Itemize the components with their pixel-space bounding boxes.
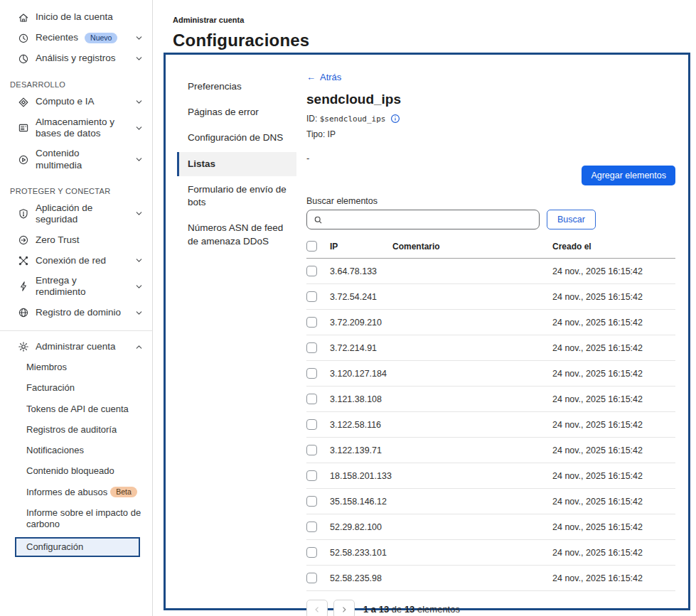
next-page-button[interactable]	[333, 600, 355, 616]
row-checkbox[interactable]	[306, 394, 317, 404]
breadcrumb[interactable]: Administrar cuenta	[173, 16, 309, 24]
sidebar-item-label: Miembros	[26, 362, 67, 373]
storage-icon	[17, 122, 29, 134]
zero-trust-icon	[17, 234, 29, 246]
row-created: 24 nov., 2025 16:15:42	[552, 343, 675, 353]
row-checkbox[interactable]	[306, 573, 317, 583]
page-title: Configuraciones	[173, 31, 309, 50]
row-checkbox[interactable]	[306, 266, 317, 276]
settings-nav-formulario-de-envio-de-bots[interactable]: Formulario de envío de bots	[177, 178, 296, 215]
row-checkbox[interactable]	[306, 496, 317, 507]
sidebar-item-notificaciones[interactable]: Notificaciones	[0, 441, 152, 461]
bolt-icon	[17, 281, 29, 293]
settings-nav-paginas-de-error[interactable]: Páginas de error	[177, 100, 296, 124]
row-checkbox[interactable]	[306, 368, 317, 379]
row-created: 24 nov., 2025 16:15:42	[552, 266, 675, 276]
sidebar-item-recientes[interactable]: RecientesNuevo	[0, 28, 152, 48]
row-checkbox[interactable]	[306, 522, 317, 532]
row-checkbox[interactable]	[306, 470, 317, 481]
settings-nav-preferencias[interactable]: Preferencias	[177, 75, 296, 99]
settings-panel: PreferenciasPáginas de errorConfiguració…	[164, 53, 690, 610]
row-ip: 35.158.146.12	[330, 497, 392, 507]
table-row: 3.121.38.108 24 nov., 2025 16:15:42	[306, 387, 675, 412]
sidebar-item-entrega-y-rendimiento[interactable]: Entrega y rendimiento	[0, 271, 152, 302]
settings-nav-configuracion-de-dns[interactable]: Configuración de DNS	[177, 126, 296, 150]
sidebar-item-informe-sobre-el-impacto-de-carbono[interactable]: Informe sobre el impacto de carbono	[0, 502, 152, 535]
sidebar-item-label: Cómputo e IA	[36, 96, 95, 107]
search-input[interactable]	[327, 215, 532, 225]
sidebar-item-label: Registros de auditoría	[26, 424, 117, 436]
sidebar-item-conexion-de-red[interactable]: Conexión de red	[0, 250, 152, 271]
settings-nav-numeros-asn-de-feed-de-amenaza-ddos[interactable]: Números ASN de feed de amenaza DDoS	[177, 216, 296, 253]
sidebar-item-zero-trust[interactable]: Zero Trust	[0, 229, 152, 250]
sidebar-item-aplicacion-de-seguridad[interactable]: Aplicación de seguridad	[0, 198, 152, 229]
list-type-value: IP	[328, 129, 336, 139]
sidebar-item-label: Análisis y registros	[36, 53, 116, 64]
sidebar-item-analisis-y-registros[interactable]: Análisis y registros	[0, 48, 152, 69]
table-header: IP Comentario Creado el	[306, 241, 675, 259]
main-header: Administrar cuenta Configuraciones	[173, 16, 309, 50]
sidebar-item-tokens-de-api-de-cuenta[interactable]: Tokens de API de cuenta	[0, 399, 152, 419]
row-ip: 52.29.82.100	[330, 522, 392, 532]
prev-page-button[interactable]	[306, 600, 328, 616]
row-created: 24 nov., 2025 16:15:42	[552, 548, 675, 558]
row-ip: 3.121.38.108	[330, 394, 392, 404]
col-created: Creado el	[552, 242, 675, 252]
settings-nav-listas[interactable]: Listas	[177, 152, 296, 176]
sidebar-item-informes-de-abusos[interactable]: Informes de abusosBeta	[0, 482, 152, 502]
chevron-down-icon	[134, 282, 144, 291]
row-checkbox[interactable]	[306, 291, 317, 302]
table-row: 18.158.201.133 24 nov., 2025 16:15:42	[306, 463, 675, 489]
sidebar-divider	[0, 330, 152, 331]
row-checkbox[interactable]	[306, 547, 317, 558]
clock-icon	[17, 32, 29, 44]
sidebar-item-configuracion[interactable]: Configuración	[15, 537, 140, 557]
sidebar-item-almacenamiento-y-bases-de-datos[interactable]: Almacenamiento y bases de datos	[0, 112, 152, 144]
search-label: Buscar elementos	[306, 196, 675, 206]
sidebar-item-label: Administrar cuenta	[36, 341, 116, 352]
sidebar-item-contenido-bloqueado[interactable]: Contenido bloqueado	[0, 461, 152, 482]
table-row: 3.72.209.210 24 nov., 2025 16:15:42	[306, 310, 675, 335]
sidebar-item-label: Aplicación de seguridad	[36, 202, 128, 225]
select-all-checkbox[interactable]	[306, 241, 317, 252]
row-created: 24 nov., 2025 16:15:42	[552, 369, 675, 379]
sidebar-item-miembros[interactable]: Miembros	[0, 357, 152, 378]
pagination: 1 a 13 de 13 elementos	[306, 600, 675, 616]
sidebar-item-facturacion[interactable]: Facturación	[0, 378, 152, 399]
nuevo-badge: Nuevo	[85, 33, 117, 44]
sidebar-item-registros-de-auditoria[interactable]: Registros de auditoría	[0, 419, 152, 440]
row-created: 24 nov., 2025 16:15:42	[552, 497, 675, 507]
sidebar-item-label: Conexión de red	[36, 255, 106, 266]
search-button[interactable]: Buscar	[547, 210, 596, 229]
sidebar-item-inicio-de-la-cuenta[interactable]: Inicio de la cuenta	[0, 7, 152, 28]
list-id-label: ID:	[306, 114, 317, 124]
back-link[interactable]: ← Atrás	[306, 72, 341, 82]
sidebar-item-registro-de-dominio[interactable]: Registro de dominio	[0, 303, 152, 323]
sidebar-item-label: Informe sobre el impacto de carbono	[26, 507, 142, 531]
row-created: 24 nov., 2025 16:15:42	[552, 292, 675, 302]
list-type-label: Tipo:	[306, 129, 325, 139]
info-icon[interactable]	[390, 116, 400, 126]
row-ip: 3.64.78.133	[330, 266, 392, 276]
row-checkbox[interactable]	[306, 445, 317, 455]
settings-nav: PreferenciasPáginas de errorConfiguració…	[177, 65, 296, 601]
sidebar-item-computo-e-ia[interactable]: Cómputo e IA	[0, 92, 152, 112]
add-items-button[interactable]: Agregar elementos	[582, 166, 675, 185]
list-type-line: Tipo: IP	[306, 128, 675, 141]
row-checkbox[interactable]	[306, 342, 317, 353]
sidebar-item-administrar-cuenta[interactable]: Administrar cuenta	[0, 337, 152, 357]
row-checkbox[interactable]	[306, 419, 317, 430]
pagination-summary: 1 a 13 de 13 elementos	[363, 604, 460, 615]
sidebar-item-contenido-multimedia[interactable]: Contenido multimedia	[0, 144, 152, 175]
pagination-range: 1 a 13	[363, 604, 389, 615]
back-link-label: Atrás	[320, 72, 341, 82]
sidebar-item-label: Informes de abusos	[26, 487, 107, 498]
search-icon	[314, 215, 323, 225]
sidebar-item-label: Entrega y rendimiento	[36, 275, 128, 298]
row-checkbox[interactable]	[306, 317, 317, 328]
list-detail-content: ← Atrás sendcloud_ips ID: $sendcloud_ips…	[306, 65, 675, 601]
row-created: 24 nov., 2025 16:15:42	[552, 522, 675, 532]
row-created: 24 nov., 2025 16:15:42	[552, 445, 675, 455]
media-icon	[17, 153, 29, 166]
table-row: 3.122.58.116 24 nov., 2025 16:15:42	[306, 412, 675, 438]
